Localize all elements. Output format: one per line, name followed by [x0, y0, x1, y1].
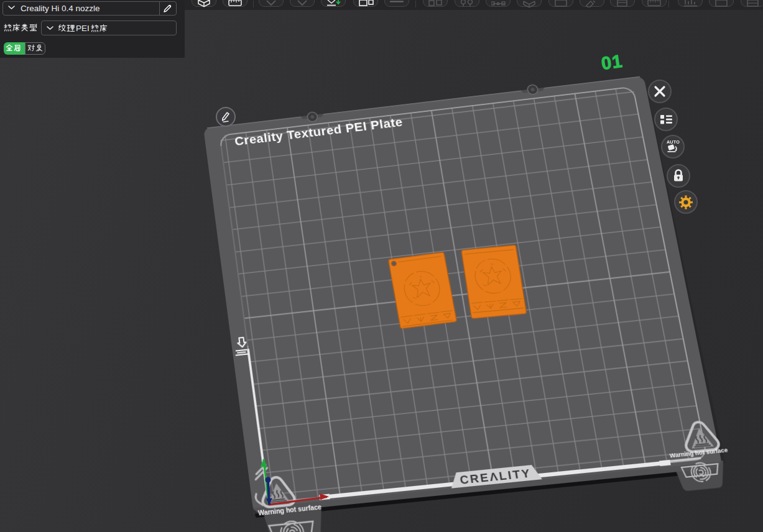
svg-text:AUTO: AUTO	[667, 139, 680, 145]
